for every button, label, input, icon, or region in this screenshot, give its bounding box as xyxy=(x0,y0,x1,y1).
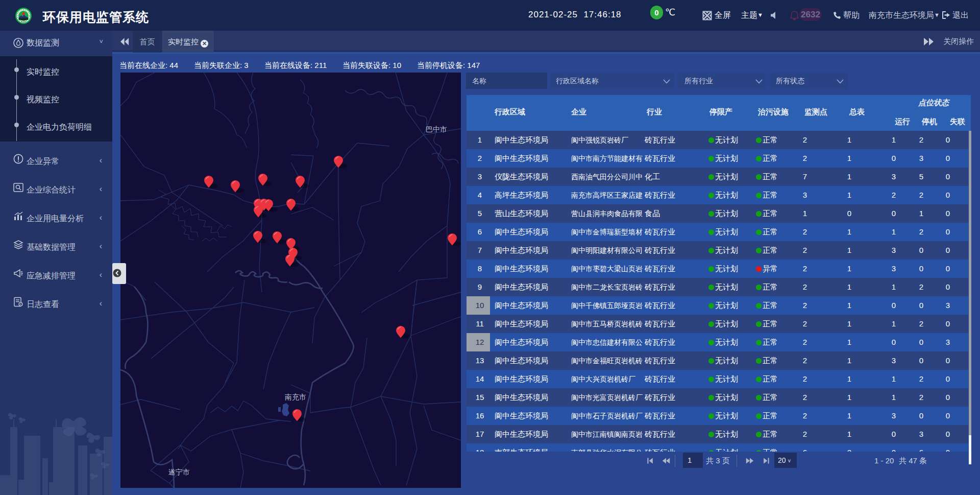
svg-text:巴中市: 巴中市 xyxy=(426,125,447,133)
svg-text:遂宁市: 遂宁市 xyxy=(168,468,190,476)
svg-text:南充市: 南充市 xyxy=(285,393,306,401)
